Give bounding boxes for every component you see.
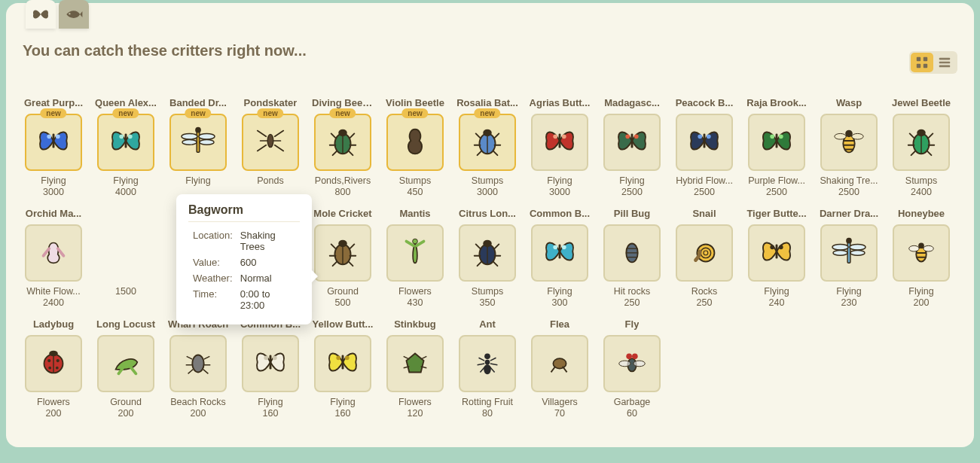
critter-card[interactable]: Darner Dra...Flying230: [818, 208, 880, 308]
svg-point-82: [273, 355, 277, 360]
flea-icon: [542, 345, 577, 382]
view-grid-button[interactable]: [911, 53, 933, 72]
critter-location: Villagers: [542, 397, 578, 407]
critter-card[interactable]: Violin BeetlenewStumps450: [384, 97, 446, 197]
tab-fish[interactable]: [59, 0, 89, 29]
critter-card[interactable]: Orchid Ma...White Flow...2400: [23, 208, 84, 308]
critter-card[interactable]: SnailRocks250: [673, 208, 735, 308]
critter-card[interactable]: FleaVillagers70: [529, 318, 591, 419]
critter-location: Flying: [547, 286, 572, 297]
critter-name: Pill Bug: [614, 208, 650, 221]
critter-card[interactable]: PondskaternewPonds: [240, 97, 301, 197]
critter-image: [386, 335, 444, 392]
critter-name: Peacock B...: [676, 97, 734, 111]
critter-card[interactable]: Rosalia Bat...newStumps3000: [456, 97, 518, 197]
svg-point-71: [909, 245, 919, 251]
svg-point-28: [562, 134, 566, 139]
svg-point-18: [200, 140, 214, 145]
critter-card[interactable]: 1500: [95, 208, 157, 308]
critter-location: Rotting Fruit: [462, 397, 513, 407]
critter-name: Raja Brook...: [746, 97, 806, 111]
critter-card[interactable]: Mole CricketGround500: [312, 208, 374, 308]
svg-point-26: [483, 129, 492, 137]
critter-card[interactable]: StinkbugFlowers120: [384, 318, 446, 419]
critter-image: [893, 224, 950, 282]
critter-card[interactable]: Jewel BeetleStumps2400: [890, 97, 952, 197]
svg-rect-29: [559, 133, 561, 148]
critter-card[interactable]: LadybugFlowers200: [23, 318, 84, 419]
svg-point-92: [626, 354, 632, 360]
critter-card[interactable]: HoneybeeFlying200: [890, 208, 952, 308]
critter-card[interactable]: Wharf RoachBeach Rocks200: [167, 318, 229, 419]
critter-card[interactable]: Madagasc...Flying2500: [601, 97, 663, 197]
critter-card[interactable]: Pill BugHit rocks250: [601, 208, 663, 308]
pondskater-icon: [253, 123, 288, 161]
svg-point-75: [47, 359, 50, 362]
critter-card[interactable]: Long LocustGround200: [95, 318, 157, 419]
critter-location: Flying: [185, 175, 210, 186]
critter-location: Flying: [619, 175, 644, 186]
critter-value: 3000: [43, 187, 64, 197]
critter-card[interactable]: Agrias Butt...Flying3000: [529, 97, 591, 197]
critter-location: Hybrid Flow...: [676, 175, 733, 186]
mantis-icon: [398, 234, 432, 272]
critter-card[interactable]: FlyGarbage60: [601, 318, 663, 419]
critter-location: Flying: [258, 397, 282, 407]
view-list-button[interactable]: [933, 53, 956, 72]
critter-location: Rocks: [691, 286, 718, 297]
svg-rect-10: [53, 133, 55, 148]
critter-card[interactable]: Raja Brook...Purple Flow...2500: [746, 97, 808, 197]
svg-point-23: [338, 129, 347, 137]
critter-value: 2500: [621, 187, 643, 197]
svg-point-80: [192, 355, 203, 372]
critter-card[interactable]: Great Purp...newFlying3000: [23, 97, 84, 197]
critter-value: 500: [335, 297, 351, 308]
svg-point-64: [832, 244, 848, 250]
svg-rect-13: [125, 133, 127, 148]
critter-card[interactable]: Tiger Butte...Flying240: [746, 208, 808, 308]
critter-card[interactable]: Peacock B...Hybrid Flow...2500: [673, 97, 735, 197]
critter-image: new: [25, 114, 82, 171]
svg-point-31: [634, 134, 639, 139]
critter-image: [386, 224, 444, 282]
critter-card[interactable]: WaspShaking Tre...2500: [818, 97, 880, 197]
svg-point-8: [47, 134, 51, 139]
critter-card[interactable]: Common B...Flying160: [240, 318, 301, 419]
critter-card[interactable]: Citrus Lon...Stumps350: [456, 208, 518, 308]
critter-value: 4000: [115, 187, 136, 197]
critter-value: 800: [335, 187, 351, 197]
tooltip-value: 600: [237, 255, 298, 270]
svg-point-61: [779, 245, 783, 249]
critter-value: 2500: [766, 187, 787, 197]
critter-location: Ponds: [257, 175, 283, 186]
critter-value: 230: [841, 297, 857, 308]
critter-image: [531, 224, 588, 282]
critter-image: [893, 114, 950, 171]
critter-card[interactable]: Common B...Flying300: [529, 208, 591, 308]
critter-card[interactable]: Queen Alex...newFlying4000: [95, 97, 157, 197]
svg-rect-38: [776, 133, 778, 148]
critter-image: [603, 224, 661, 282]
critter-image: [531, 335, 588, 392]
svg-point-81: [264, 355, 268, 360]
svg-point-30: [625, 134, 630, 139]
orchid-mantis-icon: [36, 234, 71, 272]
critter-card[interactable]: MantisFlowers430: [384, 208, 446, 308]
fly-icon: [615, 345, 649, 382]
butterfly-peacock-icon: [687, 123, 722, 161]
tooltip-key: Time:: [190, 287, 236, 312]
critter-card[interactable]: Diving BeetlenewPonds,Rivers800: [312, 97, 374, 197]
tooltip-value: 0:00 to 23:00: [237, 287, 298, 312]
critter-image: [169, 335, 227, 392]
critter-card[interactable]: AntRotting Fruit80: [456, 318, 518, 419]
new-badge: new: [401, 108, 428, 118]
wharf-roach-icon: [181, 345, 215, 382]
critter-location: Flowers: [37, 397, 70, 407]
butterfly-tiger-icon: [759, 234, 794, 272]
critter-image: [25, 224, 82, 282]
svg-point-66: [833, 251, 847, 256]
critter-card[interactable]: Banded Dr...newFlying: [167, 97, 229, 197]
critter-card[interactable]: Yellow Butt...Flying160: [312, 318, 374, 419]
tab-bugs[interactable]: [26, 0, 56, 29]
critter-name: Agrias Butt...: [530, 97, 591, 111]
